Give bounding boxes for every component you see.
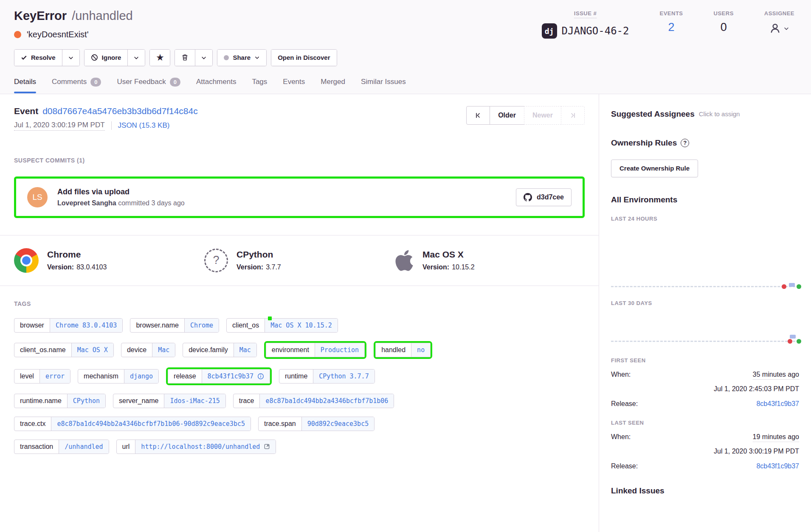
assignee-selector[interactable] <box>769 22 789 34</box>
tag-key: trace.span <box>259 417 301 431</box>
tag-value-link[interactable]: e8c87ba1dc494bb2a4346bcfbf7b1b06 <box>259 394 394 408</box>
event-json-link[interactable]: JSON (15.3 KB) <box>118 121 170 130</box>
tag-value-link[interactable]: CPython <box>67 394 105 408</box>
events-count[interactable]: 2 <box>668 22 674 33</box>
tag-key: mechanism <box>78 370 124 383</box>
suggested-assignees[interactable]: Suggested Assignees Click to assign <box>611 109 799 119</box>
details-panel: Eventd08d7667e4a5476eb3b3db6d7f14c84c Ju… <box>0 94 599 532</box>
tab-comments[interactable]: Comments 0 <box>52 78 101 94</box>
tags-list: browser Chrome 83.0.4103 browser.name Ch… <box>0 307 599 458</box>
tab-merged-label: Merged <box>321 78 345 86</box>
tab-events[interactable]: Events <box>283 78 305 94</box>
older-event-button[interactable]: Older <box>490 106 524 125</box>
browser-name: Chrome <box>47 249 107 260</box>
resolve-button[interactable]: Resolve <box>14 50 62 66</box>
django-platform-icon: dj <box>542 23 557 39</box>
last-seen-release-link[interactable]: 8cb43f1c9b37 <box>756 462 799 470</box>
event-bar <box>789 283 795 287</box>
tag-value-link[interactable]: no <box>411 343 430 357</box>
commit-message: Add files via upload <box>57 188 516 196</box>
tag-key: server_name <box>113 394 164 408</box>
tag-key: release <box>168 370 201 383</box>
delete-dropdown-button[interactable] <box>195 50 212 66</box>
tag-value-link[interactable]: CPython 3.7.7 <box>313 370 374 383</box>
chevron-down-icon <box>201 55 207 61</box>
tab-merged[interactable]: Merged <box>321 78 345 94</box>
info-icon[interactable] <box>257 373 264 380</box>
error-culprit: /unhandled <box>72 9 133 22</box>
annotation-box: environment Production <box>264 341 366 359</box>
error-type: KeyError <box>14 9 67 22</box>
create-ownership-rule-button[interactable]: Create Ownership Rule <box>611 160 698 177</box>
tab-tags[interactable]: Tags <box>252 78 267 94</box>
ownership-rules-header: Ownership Rules ? <box>611 138 799 148</box>
runtime-version-label: Version: <box>237 263 263 271</box>
share-dot-icon <box>224 55 229 60</box>
tag-value-link[interactable]: 8cb43f1c9b37 <box>202 370 270 383</box>
tab-attachments[interactable]: Attachments <box>196 78 237 94</box>
tag-value-link[interactable]: /unhandled <box>59 440 108 454</box>
event-id-link[interactable]: d08d7667e4a5476eb3b3db6d7f14c84c <box>42 106 198 116</box>
tag-value-link[interactable]: Mac <box>152 343 175 357</box>
stat-issue-id: ISSUE # dj DJANGO-46-2 <box>542 8 629 39</box>
issue-title-block: KeyError/unhandled 'keyDoesntExist' <box>14 8 133 39</box>
newer-event-button[interactable]: Newer <box>524 106 561 125</box>
tag-value-link[interactable]: Mac OS X <box>71 343 113 357</box>
tag-value-link[interactable]: django <box>124 370 158 383</box>
release-label: Release: <box>611 400 638 408</box>
suggested-assignees-title: Suggested Assignees <box>611 109 695 119</box>
tag-browser: browser Chrome 83.0.4103 <box>14 318 123 333</box>
tag-value-link[interactable]: e8c87ba1dc494bb2a4346bcfbf7b1b06-90d892c… <box>51 417 251 431</box>
open-in-discover-button[interactable]: Open in Discover <box>271 50 336 66</box>
tag-value-link[interactable]: 90d892c9eace3bc5 <box>301 417 375 431</box>
tab-user-feedback[interactable]: User Feedback 0 <box>117 78 180 94</box>
resolve-dropdown-button[interactable] <box>62 50 79 66</box>
tag-client-os: client_os Mac OS X 10.15.2 <box>226 318 338 333</box>
share-label: Share <box>233 54 251 61</box>
tag-device: device Mac <box>121 343 175 357</box>
tag-trace-span: trace.span 90d892c9eace3bc5 <box>258 417 375 431</box>
share-button[interactable]: Share <box>217 50 266 66</box>
last-24-hours-label: LAST 24 HOURS <box>611 216 799 222</box>
tag-key: runtime.name <box>14 394 67 408</box>
tag-runtime-name: runtime.name CPython <box>14 394 106 408</box>
context-os: Mac OS X Version:10.15.2 <box>394 248 585 273</box>
tag-value: 8cb43f1c9b37 <box>208 372 253 380</box>
tag-handled: handled no <box>375 343 431 357</box>
runtime-name: CPython <box>237 249 281 260</box>
commit-meta-text: committed 3 days ago <box>118 199 185 207</box>
stat-assignee: ASSIGNEE <box>764 8 794 39</box>
tag-value-link[interactable]: error <box>39 370 70 383</box>
delete-button[interactable] <box>175 50 195 66</box>
event-timestamp: Jul 1, 2020 3:00:19 PM PDT <box>14 121 105 131</box>
tag-value-link[interactable]: Idos-iMac-215 <box>164 394 225 408</box>
tag-value-link[interactable]: Chrome <box>184 319 219 332</box>
ignore-dropdown-button[interactable] <box>127 50 145 66</box>
commit-sha-button[interactable]: d3d7cee <box>516 188 572 206</box>
oldest-event-button[interactable] <box>466 106 490 125</box>
tag-key: level <box>14 370 39 383</box>
event-label: Event <box>14 106 38 116</box>
newest-event-button[interactable] <box>561 106 585 125</box>
tag-value-link[interactable]: Mac OS X 10.15.2 <box>265 319 338 332</box>
tag-value-link[interactable]: Production <box>315 343 364 357</box>
assignee-label: ASSIGNEE <box>764 10 794 17</box>
tag-value-link[interactable]: Chrome 83.0.4103 <box>50 319 123 332</box>
unknown-runtime-icon: ? <box>204 249 228 272</box>
first-seen-release-link[interactable]: 8cb43f1c9b37 <box>756 400 799 408</box>
chevron-down-icon <box>133 55 139 61</box>
tab-details[interactable]: Details <box>14 78 36 94</box>
tag-url: url http://localhost:8000/unhandled <box>116 440 276 454</box>
browser-version: 83.0.4103 <box>76 263 107 271</box>
tag-value-link[interactable]: Mac <box>234 343 256 357</box>
help-icon[interactable]: ? <box>681 139 689 147</box>
when-label: When: <box>611 371 631 378</box>
tab-similar-issues[interactable]: Similar Issues <box>361 78 406 94</box>
bookmark-button[interactable]: ★ <box>150 50 170 66</box>
tag-key: url <box>117 440 135 454</box>
tag-value-link[interactable]: http://localhost:8000/unhandled <box>135 440 276 454</box>
open-in-discover-label: Open in Discover <box>278 54 330 61</box>
tag-key: browser.name <box>130 319 184 332</box>
ignore-button[interactable]: Ignore <box>84 50 128 66</box>
external-link-icon[interactable] <box>264 443 270 450</box>
